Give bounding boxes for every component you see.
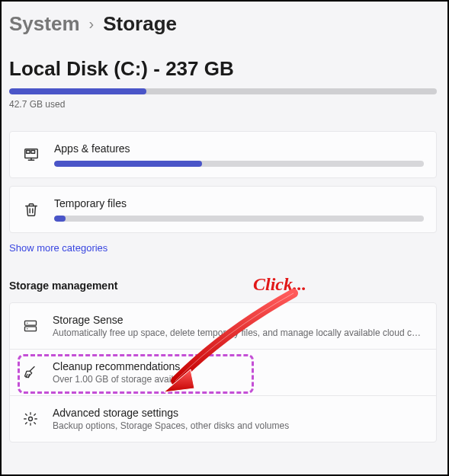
svg-line-13 — [29, 375, 30, 378]
disk-usage-bar — [9, 88, 437, 94]
svg-point-10 — [27, 328, 27, 329]
category-bar — [54, 161, 424, 167]
disk-title: Local Disk (C:) - 237 GB — [9, 57, 437, 81]
svg-rect-7 — [25, 321, 37, 325]
management-item-desc: Over 1.00 GB of storage available. — [53, 374, 424, 385]
storage-category-card[interactable]: Temporary files — [9, 186, 437, 233]
annotation-label: Click... — [253, 274, 306, 295]
category-title: Temporary files — [54, 197, 424, 209]
storage-management-heading: Storage management — [9, 280, 437, 292]
svg-line-11 — [30, 367, 34, 372]
management-item-title: Cleanup recommendations — [53, 360, 424, 372]
management-item-title: Storage Sense — [53, 314, 424, 326]
drive-icon — [22, 318, 39, 334]
broom-icon — [22, 364, 39, 381]
storage-management-list: Storage SenseAutomatically free up space… — [9, 302, 437, 442]
category-bar — [54, 216, 424, 222]
apps-icon — [22, 145, 40, 164]
disk-usage-bar-fill — [9, 88, 146, 94]
management-item[interactable]: Cleanup recommendationsOver 1.00 GB of s… — [10, 350, 436, 396]
svg-rect-1 — [27, 151, 30, 154]
management-item-title: Advanced storage settings — [53, 407, 424, 419]
breadcrumb-current: Storage — [103, 12, 177, 36]
breadcrumb: System › Storage — [9, 12, 437, 36]
breadcrumb-parent[interactable]: System — [9, 12, 80, 36]
trash-icon — [22, 200, 40, 219]
show-more-categories-link[interactable]: Show more categories — [9, 242, 437, 254]
gear-icon — [22, 411, 39, 427]
storage-category-card[interactable]: Apps & features — [9, 131, 437, 178]
svg-point-9 — [27, 323, 27, 324]
management-item-desc: Automatically free up space, delete temp… — [53, 327, 424, 338]
svg-point-14 — [29, 417, 33, 421]
management-item[interactable]: Advanced storage settingsBackup options,… — [10, 396, 436, 442]
management-item-desc: Backup options, Storage Spaces, other di… — [53, 420, 424, 431]
category-title: Apps & features — [54, 142, 424, 155]
disk-used-label: 42.7 GB used — [9, 99, 437, 110]
chevron-right-icon: › — [89, 15, 95, 33]
svg-rect-8 — [25, 327, 37, 331]
category-bar-fill — [54, 161, 202, 167]
category-bar-fill — [54, 216, 66, 222]
management-item[interactable]: Storage SenseAutomatically free up space… — [10, 303, 436, 350]
svg-rect-2 — [31, 151, 35, 154]
